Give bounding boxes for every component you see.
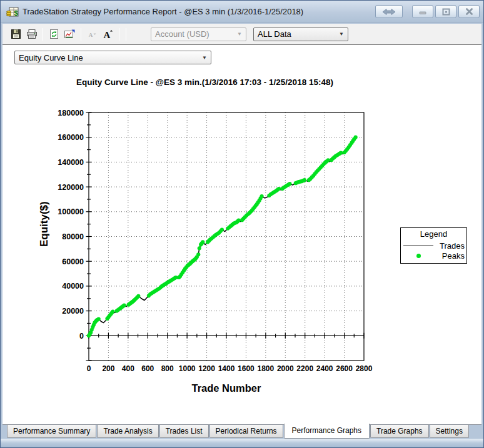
svg-text:140000: 140000 xyxy=(58,158,84,167)
svg-text:1200: 1200 xyxy=(198,364,215,373)
refresh-button[interactable] xyxy=(46,27,62,42)
account-dropdown-value: Account (USD) xyxy=(155,29,209,39)
chevron-down-icon: ▼ xyxy=(198,55,207,61)
svg-text:20000: 20000 xyxy=(62,307,84,316)
save-button[interactable] xyxy=(8,27,24,42)
tab-settings[interactable]: Settings xyxy=(430,425,469,438)
svg-text:600: 600 xyxy=(141,364,154,373)
chevron-down-icon: ▼ xyxy=(233,31,242,37)
svg-text:A: A xyxy=(103,30,110,40)
tab-trade-analysis[interactable]: Trade Analysis xyxy=(97,425,158,438)
peaks-dot-sample xyxy=(401,254,436,258)
data-range-dropdown[interactable]: ALL Data ▼ xyxy=(253,27,348,41)
svg-text:2000: 2000 xyxy=(277,364,294,373)
minimize-button[interactable] xyxy=(412,5,433,18)
account-dropdown: Account (USD) ▼ xyxy=(151,27,246,41)
close-icon xyxy=(465,8,473,15)
svg-text:400: 400 xyxy=(122,364,134,373)
increase-font-icon: A xyxy=(103,29,114,40)
window-bottom-frame xyxy=(1,439,483,447)
tab-performance-graphs[interactable]: Performance Graphs xyxy=(284,424,370,439)
toolbar-separator xyxy=(43,28,43,41)
titlebar: $ TradeStation Strategy Performance Repo… xyxy=(1,1,483,23)
refresh-icon xyxy=(49,29,59,39)
svg-text:1000: 1000 xyxy=(179,364,196,373)
toolbar-separator xyxy=(81,28,81,41)
chevron-down-icon: ▼ xyxy=(335,31,344,37)
svg-text:1800: 1800 xyxy=(258,364,275,373)
svg-text:$: $ xyxy=(14,9,18,16)
decrease-font-icon: A xyxy=(88,29,98,39)
close-button[interactable] xyxy=(458,5,480,18)
report-content: Equity Curve Line ▼ Equity Curve Line - … xyxy=(3,44,481,425)
tab-periodical-returns[interactable]: Periodical Returns xyxy=(209,425,283,438)
tab-trades-list[interactable]: Trades List xyxy=(159,425,209,438)
toolbar: A A Account (USD) ▼ ALL Data ▼ xyxy=(3,24,481,44)
svg-text:Trade Number: Trade Number xyxy=(192,382,262,394)
svg-text:0: 0 xyxy=(87,364,91,373)
svg-text:1400: 1400 xyxy=(218,364,235,373)
decrease-font-button[interactable]: A xyxy=(84,27,100,42)
trades-line-sample xyxy=(401,246,436,246)
legend-entry-peaks: Peaks xyxy=(401,251,466,261)
chart-properties-icon xyxy=(64,29,76,39)
print-icon xyxy=(26,29,38,39)
svg-text:40000: 40000 xyxy=(62,282,84,291)
equity-curve-chart: 0200004000060000800001000001200001400001… xyxy=(34,95,375,407)
svg-text:200: 200 xyxy=(102,364,114,373)
svg-text:180000: 180000 xyxy=(58,109,84,117)
svg-text:2400: 2400 xyxy=(316,364,333,373)
maximize-icon xyxy=(442,8,450,16)
svg-text:100000: 100000 xyxy=(58,207,84,216)
svg-text:1600: 1600 xyxy=(238,364,255,373)
graph-type-dropdown-value: Equity Curve Line xyxy=(19,53,83,62)
window-title: TradeStation Strategy Performance Report… xyxy=(23,7,375,16)
app-icon: $ xyxy=(6,6,19,17)
svg-text:60000: 60000 xyxy=(62,257,84,266)
save-icon xyxy=(11,29,21,39)
svg-text:2600: 2600 xyxy=(336,364,353,373)
minimize-icon xyxy=(419,9,426,15)
svg-text:2800: 2800 xyxy=(356,364,373,373)
toolbar-separator xyxy=(126,28,126,41)
tab-trade-graphs[interactable]: Trade Graphs xyxy=(370,425,429,438)
report-tabbar: Performance Summary Trade Analysis Trade… xyxy=(3,425,481,439)
chart-title: Equity Curve Line - @ES 3 min.(1/3/2016 … xyxy=(34,77,375,87)
chart-legend: Legend Trades Peaks xyxy=(400,227,467,264)
data-range-dropdown-value: ALL Data xyxy=(258,29,291,39)
svg-text:80000: 80000 xyxy=(62,232,84,241)
legend-label: Peaks xyxy=(436,251,466,261)
legend-entry-trades: Trades xyxy=(401,241,466,251)
increase-font-button[interactable]: A xyxy=(100,27,116,42)
legend-title: Legend xyxy=(401,229,466,239)
performance-report-window: $ TradeStation Strategy Performance Repo… xyxy=(0,0,484,448)
dock-toggle-button[interactable] xyxy=(375,5,403,18)
graph-type-dropdown[interactable]: Equity Curve Line ▼ xyxy=(14,51,211,64)
tab-performance-summary[interactable]: Performance Summary xyxy=(7,425,96,438)
print-button[interactable] xyxy=(24,27,39,42)
toolbar-separator xyxy=(119,28,119,41)
svg-text:A: A xyxy=(88,32,93,38)
double-arrow-icon xyxy=(382,8,396,16)
chart-properties-button[interactable] xyxy=(62,27,78,42)
legend-label: Trades xyxy=(436,241,466,251)
svg-text:160000: 160000 xyxy=(58,133,84,142)
svg-text:0: 0 xyxy=(79,332,84,341)
svg-text:2200: 2200 xyxy=(296,364,313,373)
svg-text:Equity($): Equity($) xyxy=(38,201,50,247)
svg-text:800: 800 xyxy=(161,364,174,373)
maximize-button[interactable] xyxy=(435,5,456,18)
svg-text:120000: 120000 xyxy=(58,183,84,192)
